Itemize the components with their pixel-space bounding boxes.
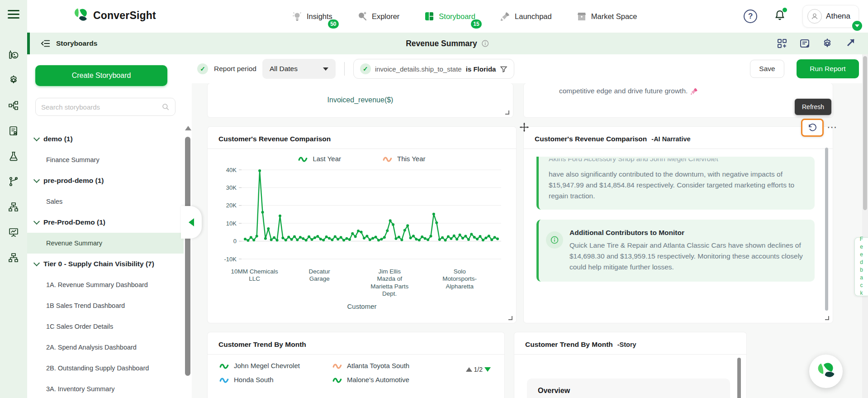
nav-label: Insights bbox=[307, 12, 332, 21]
panel-collapse-tab[interactable] bbox=[181, 206, 202, 239]
customer-trend-widget: Customer Trend By Month John Megel Chevr… bbox=[208, 332, 504, 398]
presentation-chart-icon[interactable] bbox=[8, 226, 19, 238]
storefront-icon bbox=[576, 11, 587, 22]
insights-count-badge: 50 bbox=[328, 19, 339, 29]
group-label: Tier 0 - Supply Chain Visibility (7) bbox=[43, 260, 154, 268]
scroll-up-arrow[interactable] bbox=[185, 126, 191, 130]
tree-item-1c-sales-order-details[interactable]: 1C Sales Order Details bbox=[27, 316, 184, 337]
resize-handle[interactable] bbox=[825, 316, 829, 320]
legend-malones-automotive[interactable]: Malone's Automotive bbox=[332, 376, 450, 384]
create-storyboard-button[interactable]: Create Storyboard bbox=[35, 65, 167, 86]
move-handle-icon[interactable] bbox=[519, 122, 529, 132]
report-user-icon[interactable] bbox=[8, 125, 19, 137]
rocket-emoji-icon bbox=[690, 87, 698, 95]
story-scrollbar-thumb[interactable] bbox=[737, 358, 741, 398]
save-button[interactable]: Save bbox=[750, 60, 784, 78]
tree-item-3a-inventory-summary[interactable]: 3A. Inventory Summary bbox=[27, 379, 184, 398]
tree-item-sales[interactable]: Sales bbox=[27, 191, 184, 212]
widget-title: Customer Trend By Month bbox=[525, 340, 613, 349]
storyboard-search[interactable] bbox=[35, 98, 175, 116]
legend-label: This Year bbox=[397, 155, 426, 163]
scrollbar-thumb[interactable] bbox=[185, 137, 190, 376]
dropdown-caret-icon bbox=[323, 67, 328, 71]
run-report-button[interactable]: Run Report bbox=[797, 59, 859, 78]
squiggle-icon bbox=[219, 377, 229, 383]
hamburger-menu-icon[interactable] bbox=[8, 10, 19, 19]
narrative-insight-text: have also significantly contributed to t… bbox=[549, 169, 804, 201]
assistant-floating-button[interactable] bbox=[809, 355, 843, 388]
tree-group-Pre-Prod-Demo[interactable]: Pre-Prod-Demo (1) bbox=[27, 212, 184, 233]
legend-john-megel[interactable]: John Megel Chevrolet bbox=[219, 362, 332, 369]
legend-this-year[interactable]: This Year bbox=[383, 155, 426, 163]
notification-dot bbox=[783, 8, 787, 12]
conversight-logo[interactable]: ConverSight bbox=[72, 7, 156, 24]
nav-storyboard[interactable]: Storyboard 15 bbox=[424, 11, 475, 22]
page-up-icon[interactable] bbox=[466, 367, 472, 372]
nav-label: Launchpad bbox=[515, 12, 552, 21]
notifications-bell-icon[interactable] bbox=[773, 9, 786, 24]
tree-item-2b-outstanding-supply-dashboard[interactable]: 2B. Outstanding Supply Dashboard bbox=[27, 358, 184, 379]
chevron-down-icon bbox=[33, 177, 40, 183]
search-input[interactable] bbox=[41, 103, 158, 111]
check-icon[interactable]: ✓ bbox=[360, 63, 371, 74]
review-insights-icon[interactable] bbox=[8, 49, 19, 61]
refresh-icon bbox=[807, 123, 817, 133]
help-icon[interactable]: ? bbox=[744, 10, 757, 23]
check-icon[interactable]: ✓ bbox=[197, 63, 208, 74]
info-icon[interactable] bbox=[481, 39, 489, 48]
user-menu-caret-icon[interactable] bbox=[852, 21, 862, 31]
tree-group-demo[interactable]: demo (1) bbox=[27, 129, 184, 149]
revenue-comparison-chart[interactable]: 40K30K20K10K0-10K bbox=[217, 165, 507, 267]
info-circle-icon bbox=[546, 231, 563, 249]
window-scrollbar[interactable] bbox=[862, 54, 868, 398]
narrative-scroll-area[interactable]: Akins Ford Accessory Shop and John Megel… bbox=[524, 152, 833, 323]
window-scrollbar-thumb[interactable] bbox=[863, 56, 867, 210]
refresh-button[interactable] bbox=[801, 119, 824, 137]
user-menu[interactable]: Athena bbox=[802, 5, 859, 28]
top-bar: ConverSight Insights 50 Explorer Storybo… bbox=[27, 0, 868, 33]
tree-group-tier0[interactable]: Tier 0 - Supply Chain Visibility (7) bbox=[27, 254, 184, 274]
narrative-card-monitor: Additional Contributors to Monitor Quick… bbox=[536, 220, 815, 282]
tree-group-pre-prod-demo[interactable]: pre-prod-demo (1) bbox=[27, 170, 184, 191]
resize-handle[interactable] bbox=[508, 316, 512, 320]
legend-pager: 1/2 bbox=[466, 366, 491, 373]
main-navigation: Insights 50 Explorer Storyboard 15 Launc… bbox=[292, 0, 637, 33]
nav-insights[interactable]: Insights 50 bbox=[292, 11, 332, 22]
notes-icon[interactable] bbox=[799, 38, 810, 49]
nav-explorer[interactable]: Explorer bbox=[357, 11, 399, 22]
tree-item-2a-spend-analysis-dashboard[interactable]: 2A. Spend Analysis Dashboard bbox=[27, 337, 184, 358]
flask-icon[interactable] bbox=[8, 150, 19, 162]
git-branch-icon[interactable] bbox=[8, 176, 19, 187]
expand-icon[interactable] bbox=[844, 38, 855, 49]
feedback-tab[interactable]: Feedback bbox=[854, 237, 868, 296]
state-filter-chip[interactable]: ✓ invoice_details.ship_to_state is Flori… bbox=[353, 59, 514, 79]
report-period-dropdown[interactable]: All Dates bbox=[262, 59, 336, 79]
filter-bar: ✓ Report period All Dates ✓ invoice_deta… bbox=[192, 54, 868, 83]
sitemap-icon[interactable] bbox=[8, 201, 19, 213]
panel-collapse-icon[interactable] bbox=[41, 38, 51, 48]
legend-atlanta-toyota[interactable]: Atlanta Toyota South bbox=[332, 362, 450, 369]
workflow-icon[interactable] bbox=[8, 100, 19, 111]
legend-label: Malone's Automotive bbox=[347, 376, 409, 384]
settings-icon[interactable] bbox=[822, 38, 833, 49]
tree-item-finance-summary[interactable]: Finance Summary bbox=[27, 149, 184, 170]
more-options-icon[interactable]: ⋯ bbox=[827, 121, 837, 133]
tree-item-revenue-summary-selected[interactable]: Revenue Summary bbox=[27, 233, 184, 254]
legend-last-year[interactable]: Last Year bbox=[298, 155, 341, 163]
nav-launchpad[interactable]: Launchpad bbox=[500, 11, 552, 22]
trend-legend: John Megel Chevrolet Atlanta Toyota Sout… bbox=[208, 355, 504, 384]
report-period-label: Report period bbox=[214, 65, 256, 73]
page-down-icon[interactable] bbox=[484, 367, 491, 372]
tree-item-1b-sales-trend-dashboard[interactable]: 1B Sales Trend Dashboard bbox=[27, 295, 184, 316]
storyboard-count-badge: 15 bbox=[471, 19, 482, 29]
org-chart-icon[interactable] bbox=[8, 252, 19, 264]
narrative-scrollbar-thumb[interactable] bbox=[825, 148, 828, 311]
nav-market-space[interactable]: Market Space bbox=[576, 11, 637, 22]
legend-label: Atlanta Toyota South bbox=[347, 362, 409, 369]
tree-item-1a-revenue-summary-dashboard[interactable]: 1A. Revenue Summary Dashboard bbox=[27, 274, 184, 295]
add-widget-icon[interactable] bbox=[777, 38, 787, 49]
resize-handle[interactable] bbox=[505, 110, 509, 115]
x-axis-label: 10MM Chemicals LLC bbox=[231, 268, 278, 283]
settings-gear-icon[interactable] bbox=[8, 74, 19, 86]
legend-honda-south[interactable]: Honda South bbox=[219, 376, 332, 384]
